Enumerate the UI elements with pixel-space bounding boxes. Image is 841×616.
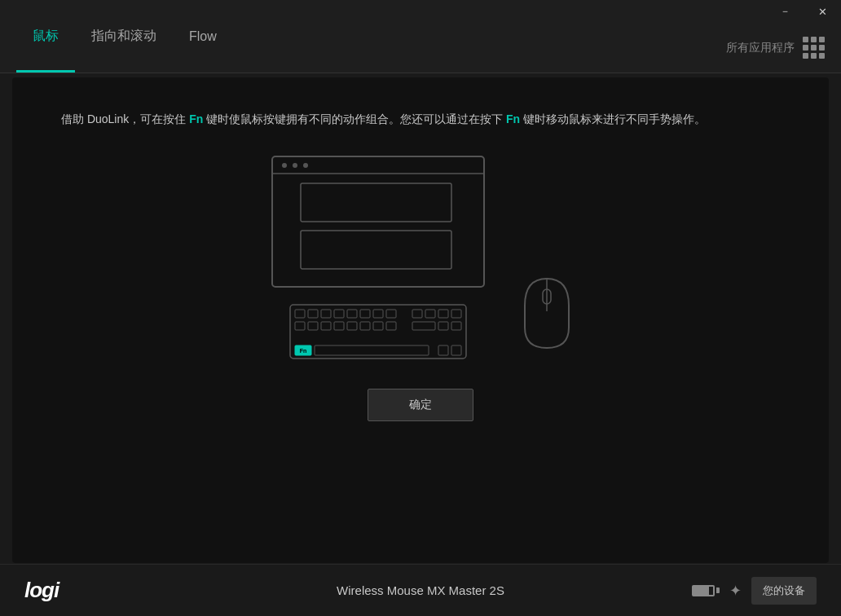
- grid-dot: [803, 45, 808, 51]
- svg-rect-7: [290, 305, 466, 359]
- svg-rect-25: [360, 322, 370, 330]
- svg-rect-10: [321, 310, 331, 318]
- title-bar: － ✕: [766, 0, 841, 23]
- svg-rect-6: [301, 231, 451, 269]
- battery-icon: [692, 585, 720, 596]
- close-button[interactable]: ✕: [804, 0, 841, 23]
- svg-rect-30: [451, 322, 461, 330]
- svg-rect-21: [308, 322, 318, 330]
- grid-dot: [803, 53, 808, 59]
- svg-point-1: [282, 163, 287, 168]
- grid-dot: [811, 45, 817, 51]
- svg-rect-17: [425, 310, 435, 318]
- grid-dot: [819, 53, 825, 59]
- all-apps-label: 所有应用程序: [726, 41, 795, 55]
- nav-tabs: 鼠标 指向和滚动 Flow: [16, 0, 233, 73]
- svg-rect-18: [438, 310, 448, 318]
- svg-rect-22: [321, 322, 331, 330]
- svg-rect-5: [301, 183, 451, 222]
- logi-logo: logi: [24, 578, 59, 603]
- svg-rect-14: [373, 310, 383, 318]
- svg-rect-34: [438, 345, 448, 355]
- svg-rect-23: [334, 322, 344, 330]
- grid-apps-icon[interactable]: [803, 37, 825, 59]
- mouse-icon: [521, 275, 574, 352]
- grid-dot: [803, 37, 808, 42]
- bottom-right: ✦ 您的设备: [692, 577, 817, 605]
- svg-rect-19: [451, 310, 461, 318]
- device-name: Wireless Mouse MX Master 2S: [337, 583, 504, 597]
- svg-rect-20: [295, 322, 305, 330]
- your-device-button[interactable]: 您的设备: [751, 577, 817, 605]
- tab-flow[interactable]: Flow: [173, 0, 233, 73]
- svg-rect-11: [334, 310, 344, 318]
- bottom-bar: logi Wireless Mouse MX Master 2S ✦ 您的设备: [0, 564, 841, 616]
- grid-dot: [819, 45, 825, 51]
- bluetooth-icon: ✦: [729, 582, 742, 600]
- battery-fill: [693, 587, 709, 595]
- svg-text:Fn: Fn: [299, 348, 306, 354]
- keyboard-icon: Fn: [288, 303, 468, 360]
- svg-rect-29: [438, 322, 448, 330]
- battery-body: [692, 585, 715, 596]
- svg-rect-9: [308, 310, 318, 318]
- tab-mouse[interactable]: 鼠标: [16, 0, 75, 73]
- svg-point-2: [293, 163, 297, 168]
- svg-rect-33: [315, 345, 429, 355]
- svg-rect-27: [386, 322, 396, 330]
- grid-dot: [819, 37, 825, 42]
- svg-rect-15: [386, 310, 396, 318]
- monitor-icon: [268, 152, 488, 307]
- svg-rect-26: [373, 322, 383, 330]
- description-text: 借助 DuoLink，可在按住 Fn 键时使鼠标按键拥有不同的动作组合。您还可以…: [12, 110, 829, 128]
- grid-dot: [811, 53, 817, 59]
- computer-area: Fn: [268, 152, 488, 360]
- svg-rect-35: [451, 345, 461, 355]
- nav-bar: 鼠标 指向和滚动 Flow 所有应用程序: [0, 0, 841, 73]
- svg-rect-24: [347, 322, 357, 330]
- main-content: 借助 DuoLink，可在按住 Fn 键时使鼠标按键拥有不同的动作组合。您还可以…: [12, 77, 829, 563]
- minimize-button[interactable]: －: [766, 0, 804, 23]
- fn-highlight-1: Fn: [189, 112, 203, 125]
- svg-rect-28: [412, 322, 435, 330]
- svg-rect-8: [295, 310, 305, 318]
- fn-highlight-2: Fn: [506, 112, 520, 125]
- svg-point-3: [303, 163, 308, 168]
- battery-tip: [716, 587, 720, 593]
- illustration: Fn: [268, 152, 574, 360]
- svg-rect-16: [412, 310, 422, 318]
- svg-rect-13: [360, 310, 370, 318]
- tab-point-scroll[interactable]: 指向和滚动: [75, 0, 173, 73]
- svg-rect-12: [347, 310, 357, 318]
- grid-dot: [811, 37, 817, 42]
- ok-button[interactable]: 确定: [368, 389, 473, 421]
